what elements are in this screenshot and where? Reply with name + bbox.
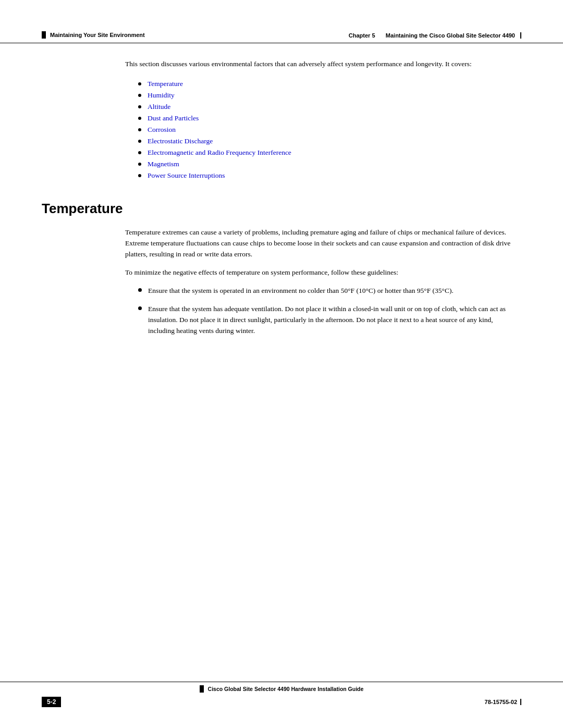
corrosion-link[interactable]: Corrosion bbox=[148, 126, 176, 134]
list-item: Electrostatic Discharge bbox=[138, 137, 521, 145]
electrostatic-link[interactable]: Electrostatic Discharge bbox=[148, 137, 213, 145]
temperature-para2: To minimize the negative effects of temp… bbox=[125, 267, 521, 278]
bullet-icon bbox=[138, 140, 141, 143]
bullet-icon bbox=[138, 128, 141, 131]
sub-bullet-icon bbox=[138, 306, 142, 310]
bullet-icon bbox=[138, 151, 141, 154]
header-bar-icon bbox=[42, 31, 46, 39]
header-chapter-text: Chapter 5 bbox=[349, 32, 375, 39]
list-item: Power Source Interruptions bbox=[138, 171, 521, 180]
temperature-guidelines: Ensure that the system is operated in an… bbox=[138, 286, 521, 337]
footer-doc-number: 78-15755-02 bbox=[485, 699, 517, 705]
footer-bottom: 5-2 78-15755-02 bbox=[42, 695, 521, 707]
header-chapter-title: Maintaining the Cisco Global Site Select… bbox=[386, 32, 515, 39]
page-number: 5-2 bbox=[42, 697, 61, 707]
main-content: This section discusses various environme… bbox=[0, 43, 563, 375]
humidity-link[interactable]: Humidity bbox=[148, 91, 175, 100]
footer-separator-icon bbox=[520, 699, 521, 705]
topic-list: Temperature Humidity Altitude Dust and P… bbox=[138, 80, 521, 180]
emrfi-link[interactable]: Electromagnetic and Radio Frequency Inte… bbox=[148, 149, 291, 157]
list-item: Dust and Particles bbox=[138, 114, 521, 122]
list-item: Humidity bbox=[138, 91, 521, 100]
guideline-text-2: Ensure that the system has adequate vent… bbox=[148, 304, 521, 337]
bullet-icon bbox=[138, 117, 141, 120]
magnetism-link[interactable]: Magnetism bbox=[148, 160, 179, 168]
altitude-link[interactable]: Altitude bbox=[148, 103, 170, 111]
bullet-icon bbox=[138, 94, 141, 97]
intro-paragraph: This section discusses various environme… bbox=[125, 59, 521, 69]
list-item: Electromagnetic and Radio Frequency Inte… bbox=[138, 149, 521, 157]
temperature-heading: Temperature bbox=[0, 195, 563, 217]
footer-logo-icon bbox=[200, 685, 204, 693]
page-footer: Cisco Global Site Selector 4490 Hardware… bbox=[0, 682, 563, 707]
temperature-link[interactable]: Temperature bbox=[148, 80, 183, 88]
header-section-label: Maintaining Your Site Environment bbox=[50, 32, 145, 38]
header-right: Chapter 5 Maintaining the Cisco Global S… bbox=[349, 32, 521, 39]
bullet-icon bbox=[138, 82, 141, 85]
temperature-section: Temperature Temperature extremes can cau… bbox=[42, 195, 521, 336]
bullet-icon bbox=[138, 174, 141, 177]
temperature-content: Temperature extremes can cause a variety… bbox=[125, 227, 521, 336]
power-interruptions-link[interactable]: Power Source Interruptions bbox=[148, 171, 225, 180]
dust-particles-link[interactable]: Dust and Particles bbox=[148, 114, 199, 122]
page: Maintaining Your Site Environment Chapte… bbox=[0, 0, 563, 728]
footer-top: Cisco Global Site Selector 4490 Hardware… bbox=[42, 682, 521, 695]
bullet-icon bbox=[138, 163, 141, 166]
guideline-item: Ensure that the system has adequate vent… bbox=[138, 304, 521, 337]
list-item: Temperature bbox=[138, 80, 521, 88]
bullet-icon bbox=[138, 105, 141, 108]
list-item: Corrosion bbox=[138, 126, 521, 134]
footer-right: 78-15755-02 bbox=[485, 699, 521, 705]
guideline-item: Ensure that the system is operated in an… bbox=[138, 286, 521, 297]
temperature-para1: Temperature extremes can cause a variety… bbox=[125, 227, 521, 260]
header-left: Maintaining Your Site Environment bbox=[42, 31, 145, 39]
page-header: Maintaining Your Site Environment Chapte… bbox=[0, 0, 563, 43]
footer-center-text: Cisco Global Site Selector 4490 Hardware… bbox=[208, 686, 364, 692]
guideline-text-1: Ensure that the system is operated in an… bbox=[148, 286, 454, 297]
header-separator-icon bbox=[520, 32, 521, 39]
list-item: Magnetism bbox=[138, 160, 521, 168]
sub-bullet-icon bbox=[138, 288, 142, 292]
list-item: Altitude bbox=[138, 103, 521, 111]
